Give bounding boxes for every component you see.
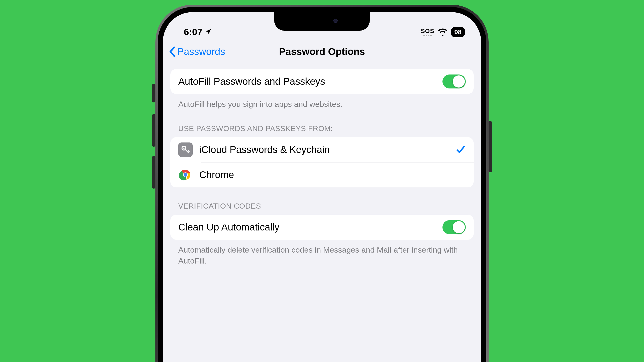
svg-point-4 bbox=[184, 173, 187, 176]
volume-up-button bbox=[152, 114, 156, 147]
screen: 6:07 SOS 98 bbox=[163, 12, 481, 362]
autofill-label: AutoFill Passwords and Passkeys bbox=[178, 76, 436, 87]
battery-indicator: 98 bbox=[451, 27, 465, 37]
wifi-icon bbox=[438, 28, 448, 36]
notch bbox=[274, 12, 370, 31]
providers-header: USE PASSWORDS AND PASSKEYS FROM: bbox=[170, 120, 474, 137]
sos-indicator: SOS bbox=[421, 28, 434, 36]
chrome-icon bbox=[178, 168, 193, 182]
location-icon bbox=[205, 27, 212, 37]
provider-chrome-row[interactable]: Chrome bbox=[170, 162, 474, 187]
cleanup-label: Clean Up Automatically bbox=[178, 222, 436, 233]
power-button bbox=[488, 121, 492, 172]
svg-point-1 bbox=[183, 147, 184, 149]
phone-frame: 6:07 SOS 98 bbox=[156, 5, 488, 362]
verification-header: VERIFICATION CODES bbox=[170, 198, 474, 215]
chevron-left-icon bbox=[169, 46, 176, 57]
nav-bar: Passwords Password Options bbox=[163, 40, 481, 63]
autofill-footer: AutoFill helps you sign into apps and we… bbox=[170, 94, 474, 110]
verification-footer: Automatically delete verification codes … bbox=[170, 240, 474, 267]
provider-icloud-row[interactable]: iCloud Passwords & Keychain bbox=[170, 137, 474, 162]
provider-label: iCloud Passwords & Keychain bbox=[199, 144, 449, 155]
back-label: Passwords bbox=[177, 46, 225, 57]
cleanup-toggle-row[interactable]: Clean Up Automatically bbox=[170, 215, 474, 240]
provider-label: Chrome bbox=[199, 169, 466, 180]
cleanup-toggle[interactable] bbox=[442, 220, 466, 234]
back-button[interactable]: Passwords bbox=[169, 46, 225, 57]
autofill-toggle-row[interactable]: AutoFill Passwords and Passkeys bbox=[170, 69, 474, 94]
volume-down-button bbox=[152, 156, 156, 189]
mute-switch bbox=[152, 84, 156, 102]
status-time: 6:07 bbox=[184, 27, 202, 37]
autofill-toggle[interactable] bbox=[442, 74, 466, 88]
key-icon bbox=[178, 142, 193, 157]
checkmark-icon bbox=[456, 145, 466, 155]
